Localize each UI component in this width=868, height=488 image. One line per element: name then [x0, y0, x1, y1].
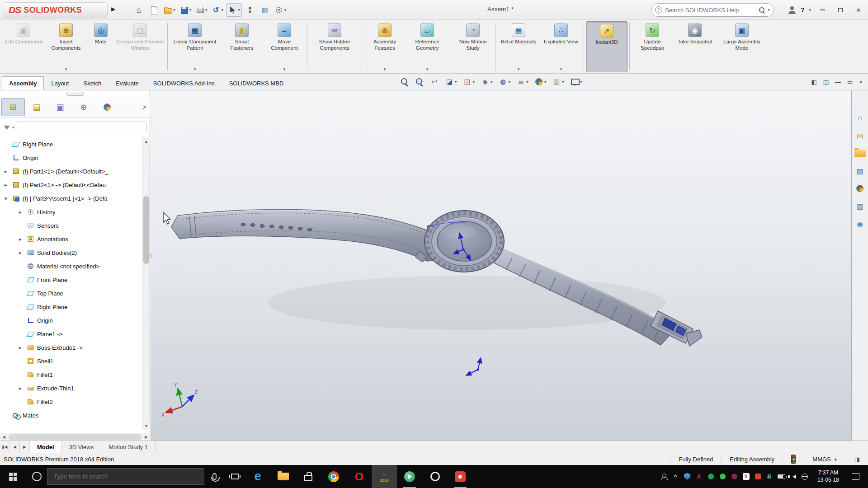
move-component-button[interactable]: ↔Move Component▾	[264, 21, 305, 72]
tree-item-extrude-thin1[interactable]: ▸Extrude-Thin1	[0, 381, 142, 395]
help-search-input[interactable]	[665, 7, 756, 14]
tree-item-origin[interactable]: Origin	[0, 151, 142, 164]
large-assembly-mode-button[interactable]: ▣Large Assembly Mode	[717, 21, 767, 72]
tree-item-f-part2-1-default-defau[interactable]: ▸(f) Part2<1> -> (Default<<Defau	[0, 178, 142, 192]
bluetooth-icon[interactable]: Ƀ	[764, 468, 775, 486]
status-options-button[interactable]: ◨	[846, 453, 868, 465]
tree-filter-input[interactable]	[17, 122, 146, 133]
solidworks-forum-tab[interactable]: ◉	[854, 218, 866, 230]
restore-viewport-button[interactable]: ▭	[847, 79, 853, 85]
tree-item-front-plane[interactable]: Front Plane	[0, 273, 142, 286]
appearances-scenes-tab[interactable]	[854, 183, 866, 194]
graphics-viewport[interactable]: X Y Z	[151, 90, 851, 441]
filter-funnel-icon[interactable]	[4, 126, 10, 130]
solidworks-resources-tab[interactable]: ⌂	[854, 112, 866, 124]
panel-tab-overflow-arrow[interactable]: >	[142, 103, 146, 111]
new-motion-study-button[interactable]: ◔New Motion Study	[452, 21, 494, 72]
tree-item-mates[interactable]: Mates	[0, 408, 142, 422]
tab-solidworks-mbd[interactable]: SOLIDWORKS MBD	[222, 76, 291, 90]
tab-solidworks-add-ins[interactable]: SOLIDWORKS Add-Ins	[146, 76, 222, 90]
reference-geometry-button[interactable]: ▱Reference Geometry▾	[406, 21, 448, 72]
horizontal-scroll-thumb[interactable]	[9, 434, 142, 440]
minimize-viewport-button[interactable]: —	[835, 79, 841, 85]
watch-case[interactable]	[415, 211, 504, 272]
tray-app-v-icon[interactable]: V	[740, 468, 752, 486]
section-view-button[interactable]: ▾	[443, 76, 458, 88]
minimize-button[interactable]	[816, 4, 829, 16]
show-desktop-button[interactable]	[865, 465, 868, 488]
view-settings-button[interactable]: ▾	[569, 76, 584, 88]
solidworks-2018-button[interactable]: »2018	[372, 465, 397, 488]
dropdown-caret-icon[interactable]: ▾	[238, 8, 240, 12]
view-orientation-button[interactable]: ▾	[479, 76, 494, 88]
help-icon[interactable]: ?	[801, 6, 805, 14]
show-hidden-components-button[interactable]: ∞Show Hidden Components	[309, 21, 360, 72]
mate-button[interactable]: ◎Mate	[88, 21, 114, 72]
tree-item-material-not-specified[interactable]: Material <not specified>	[0, 259, 142, 273]
print-button[interactable]: ▾	[194, 3, 209, 17]
featuremanager-design-tree-tab[interactable]: ⊞	[1, 98, 25, 116]
propertymanager-tab[interactable]: ▤	[25, 98, 48, 116]
tree-horizontal-scrollbar[interactable]: ◀ ▶	[0, 433, 150, 441]
tree-item-fillet1[interactable]: Fillet1	[0, 368, 142, 381]
dropdown-caret-icon[interactable]: ▾	[426, 67, 429, 71]
cortana-button[interactable]	[26, 465, 47, 488]
dropdown-caret-icon[interactable]: ▾	[189, 8, 192, 12]
3d-drawing-view-button[interactable]: ▾	[462, 76, 476, 88]
vertical-scroll-thumb[interactable]	[143, 196, 149, 264]
update-speedpak-button[interactable]: ↻Update Speedpak	[632, 21, 673, 72]
tab-layout[interactable]: Layout	[44, 76, 76, 90]
design-library-tab[interactable]: ▤	[854, 130, 866, 141]
expand-arrow-icon[interactable]: ▸	[19, 250, 27, 256]
collapse-arrow-icon[interactable]: ▾	[5, 196, 12, 202]
tree-item-f-part3-assem1-1-defa[interactable]: ▾(f) [ Part3^Assem1 ]<1> -> (Defa	[0, 192, 142, 205]
select-button[interactable]: ▾	[226, 3, 242, 17]
scroll-first-button[interactable]: ▮◀	[0, 441, 10, 453]
dimxpertmanager-tab[interactable]: ⊕	[72, 98, 95, 116]
panel-splitter-handle[interactable]	[148, 254, 152, 258]
search-icon[interactable]	[759, 7, 765, 13]
insert-components-button[interactable]: ⊕Insert Components▾	[45, 21, 87, 72]
dropdown-caret-icon[interactable]: ▾	[518, 67, 520, 71]
open-button[interactable]: ▾	[162, 3, 177, 17]
apply-scene-button[interactable]: ▾	[551, 76, 566, 88]
scroll-up-arrow-icon[interactable]: ▲	[142, 137, 150, 145]
close-viewport-button[interactable]: ×	[859, 79, 863, 85]
dropdown-caret-icon[interactable]: ▾	[562, 80, 564, 84]
dropdown-caret-icon[interactable]: ▾	[205, 8, 208, 12]
tree-item-f-part1-1-default-default[interactable]: ▸(f) Part1<1> (Default<<Default>_	[0, 164, 142, 178]
options-button[interactable]: ▾	[273, 3, 288, 17]
expand-arrow-icon[interactable]: ▸	[5, 169, 12, 174]
tab-assembly[interactable]: Assembly	[2, 76, 44, 90]
tab-3d-views[interactable]: 3D Views	[62, 441, 102, 453]
dropdown-caret-icon[interactable]: ▾	[509, 80, 511, 84]
tray-app-maroon-icon[interactable]	[728, 468, 740, 486]
expand-arrow-icon[interactable]: ▸	[19, 345, 27, 351]
tree-item-history[interactable]: ▸History	[0, 205, 142, 219]
dropdown-caret-icon[interactable]: ▾	[560, 67, 562, 71]
taskbar-clock[interactable]: 7:37 AM 13-05-18	[811, 469, 846, 483]
expand-arrow-icon[interactable]: ▸	[19, 209, 27, 215]
filter-dropdown-caret-icon[interactable]: ▾	[12, 125, 14, 130]
panel-collapse-handle[interactable]	[66, 92, 84, 96]
options-grid-button[interactable]	[258, 3, 272, 17]
configurationmanager-tab[interactable]: ▣	[48, 98, 72, 116]
display-style-button[interactable]: ▾	[497, 76, 512, 88]
tree-item-origin[interactable]: Origin	[0, 314, 142, 327]
dropdown-caret-icon[interactable]: ▾	[491, 80, 493, 84]
tree-item-plane1[interactable]: Plane1 ->	[0, 327, 142, 341]
expand-arrow-icon[interactable]: ▸	[19, 236, 27, 242]
tree-item-shell1[interactable]: Shell1	[0, 354, 142, 368]
tree-item-annotations[interactable]: ▸Annotations	[0, 232, 142, 246]
toolbar-overflow-arrow-icon[interactable]: ▶	[111, 6, 115, 12]
linear-component-pattern-button[interactable]: ▦Linear Component Pattern▾	[170, 21, 220, 72]
hidden-icons-icon[interactable]: ^	[670, 468, 681, 486]
tree-item-top-plane[interactable]: Top Plane	[0, 286, 142, 300]
smart-fasteners-button[interactable]: ▮Smart Fasteners	[221, 21, 263, 72]
dropdown-caret-icon[interactable]: ▾	[222, 8, 224, 12]
hide-show-items-button[interactable]: ▾	[515, 76, 530, 88]
adobe-acrobat-icon[interactable]: A	[693, 468, 705, 486]
custom-properties-tab[interactable]: ▥	[854, 200, 866, 212]
opera-button[interactable]: O	[346, 465, 372, 488]
battery-icon[interactable]	[775, 468, 787, 486]
